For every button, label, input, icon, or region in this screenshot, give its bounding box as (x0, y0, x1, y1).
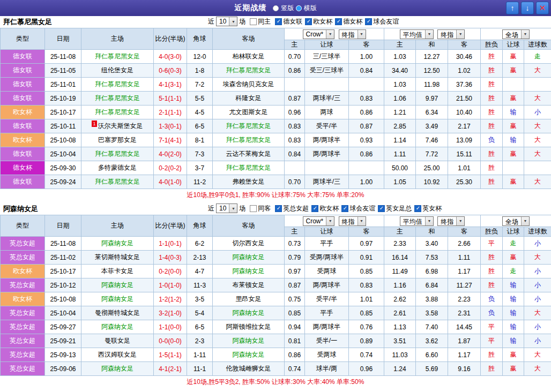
away-team[interactable]: 阿森纳女足 (213, 348, 285, 362)
league-filter-checkbox[interactable]: ✓球会友谊 (365, 17, 399, 26)
matches-table: 类型 日期 主场 比分(半场) 角球 客场 Crow*▼ 终指▼ 平均值▼ 终指… (0, 28, 551, 189)
team-name: 多特蒙德女足 (98, 164, 137, 171)
scope-select[interactable]: 全场▼ (502, 216, 530, 226)
team-name: 本菲卡女足 (101, 267, 133, 275)
home-handicap-odds: 0.87 (285, 92, 305, 105)
home-team[interactable]: 拜仁慕尼黑女足 (81, 50, 154, 64)
away-team[interactable]: 埃森舍纳贝克女足 (213, 78, 285, 92)
close-button[interactable]: ✕ (536, 2, 549, 14)
avg-draw-odds: 6.34 (416, 105, 448, 119)
handicap-result-flag: 赢 (503, 64, 524, 78)
home-team[interactable]: 阿森纳女足 (81, 237, 154, 251)
scroll-up-button[interactable]: ↑ (506, 2, 519, 14)
home-team[interactable]: 拜仁慕尼黑女足 (81, 78, 154, 92)
league-filter-checkbox[interactable]: ✓球会友谊 (341, 204, 375, 213)
avg-home-odds: 1.03 (384, 78, 416, 92)
home-team[interactable]: 1沃尔夫斯堡女足 (81, 119, 154, 133)
home-team[interactable]: 拜仁慕尼黑女足 (81, 175, 154, 189)
avg-time-select[interactable]: 终指▼ (437, 216, 465, 226)
match-count-select[interactable]: 10▼ (216, 17, 237, 26)
col-header-type: 类型 (1, 28, 45, 50)
home-team[interactable]: 拜仁慕尼黑女足 (81, 147, 154, 161)
avg-time-select[interactable]: 终指▼ (437, 29, 465, 39)
avg-draw-odds: 5.69 (416, 362, 448, 376)
avg-draw-odds: 25.00 (416, 161, 448, 175)
layout-radio[interactable]: 横版 (296, 4, 317, 13)
away-team[interactable]: 尤文图斯女足 (213, 105, 285, 119)
away-team[interactable]: 阿森纳女足 (213, 265, 285, 278)
home-team[interactable]: 阿森纳女足 (81, 278, 154, 292)
goals-result-flag (524, 78, 551, 92)
same-venue-checkbox[interactable]: 同客 (250, 204, 271, 213)
home-team[interactable]: 曼联女足 (81, 334, 154, 348)
home-team[interactable]: 阿森纳女足 (81, 362, 154, 376)
page-title: 近期战绩 (234, 3, 266, 13)
match-count-select[interactable]: 10▼ (216, 203, 237, 213)
home-team[interactable]: 阿森纳女足 (81, 320, 154, 334)
away-team[interactable]: 拜仁慕尼黑女足 (213, 64, 285, 78)
home-team[interactable]: 巴塞罗那女足 (81, 133, 154, 147)
home-team[interactable]: 本菲卡女足 (81, 265, 154, 278)
same-venue-checkbox[interactable]: 同主 (250, 17, 271, 26)
away-team[interactable]: 里昂女足 (213, 292, 285, 306)
away-team[interactable]: 布莱顿女足 (213, 278, 285, 292)
league-filter-checkbox[interactable]: ✓德女杯 (335, 17, 362, 26)
league-badge: 英总女超 (1, 362, 45, 376)
away-handicap-odds: 0.86 (349, 147, 384, 161)
avg-odds-select[interactable]: 平均值▼ (400, 216, 434, 226)
score: 1-0(1-0) (154, 278, 187, 292)
goals-result-flag: 大 (524, 92, 551, 105)
away-team[interactable]: 拜仁慕尼黑女足 (213, 119, 285, 133)
odds-company-select[interactable]: Crow*▼ (303, 29, 335, 39)
league-badge: 欧女杯 (1, 105, 45, 119)
away-team[interactable]: 拜仁慕尼黑女足 (213, 133, 285, 147)
away-team[interactable]: 柏林联女足 (213, 50, 285, 64)
league-filter-checkbox[interactable]: ✓英总女超 (275, 204, 309, 213)
league-filter-checkbox[interactable]: ✓英女杯 (414, 204, 442, 213)
handicap-result-flag: 赢 (503, 175, 524, 189)
match-row: 英总女超25-10-04曼彻斯特城女足3-2(1-0)5-4阿森纳女足0.85平… (1, 306, 551, 320)
avg-odds-select[interactable]: 平均值▼ (400, 29, 434, 39)
away-team[interactable]: 科隆女足 (213, 92, 285, 105)
avg-away-odds: 1.02 (448, 64, 481, 78)
league-filter-checkbox[interactable]: ✓欧女杯 (311, 204, 339, 213)
away-handicap-odds: 0.83 (349, 278, 384, 292)
away-team[interactable]: 阿森纳女足 (213, 334, 285, 348)
away-team[interactable]: 云达不莱梅女足 (213, 147, 285, 161)
team-name: 莱切斯特城女足 (95, 253, 140, 261)
away-team[interactable]: 阿斯顿维拉女足 (213, 320, 285, 334)
home-team[interactable]: 曼彻斯特城女足 (81, 306, 154, 320)
home-team[interactable]: 多特蒙德女足 (81, 161, 154, 175)
away-team[interactable]: 切尔西女足 (213, 237, 285, 251)
away-team[interactable]: 弗赖堡女足 (213, 175, 285, 189)
away-team[interactable]: 伦敦城雌狮女足 (213, 362, 285, 376)
col-header-away-odds: 客 (349, 40, 384, 50)
league-filter-checkbox[interactable]: ✓德女联 (275, 17, 302, 26)
away-team[interactable]: 拜仁慕尼黑女足 (213, 161, 285, 175)
chevron-down-icon: ▼ (229, 17, 237, 26)
odds-time-select[interactable]: 终指▼ (339, 216, 366, 226)
home-team[interactable]: 拜仁慕尼黑女足 (81, 92, 154, 105)
home-team[interactable]: 阿森纳女足 (81, 292, 154, 306)
home-team[interactable]: 拜仁慕尼黑女足 (81, 105, 154, 119)
scope-select[interactable]: 全场▼ (502, 29, 530, 39)
result-flag: 负 (481, 292, 503, 306)
handicap-line (305, 161, 349, 175)
handicap-line: 三/三球半 (305, 50, 349, 64)
goals-result-flag (524, 161, 551, 175)
home-team[interactable]: 西汉姆联女足 (81, 348, 154, 362)
home-team[interactable]: 纽伦堡女足 (81, 64, 154, 78)
away-team[interactable]: 阿森纳女足 (213, 306, 285, 320)
scroll-down-button[interactable]: ↓ (521, 2, 534, 14)
odds-time-select[interactable]: 终指▼ (339, 29, 366, 39)
odds-company-select[interactable]: Crow*▼ (303, 216, 335, 226)
league-filter-checkbox[interactable]: ✓英女足总 (378, 204, 412, 213)
avg-home-odds: 2.62 (384, 292, 416, 306)
checkbox-icon: ✓ (335, 18, 342, 25)
away-team[interactable]: 阿森纳女足 (213, 251, 285, 265)
match-date: 25-10-19 (45, 92, 81, 105)
home-team[interactable]: 莱切斯特城女足 (81, 251, 154, 265)
league-filter-checkbox[interactable]: ✓欧女杯 (305, 17, 332, 26)
layout-radio[interactable]: 竖版 (273, 4, 294, 13)
chevron-down-icon: ▼ (425, 217, 433, 225)
